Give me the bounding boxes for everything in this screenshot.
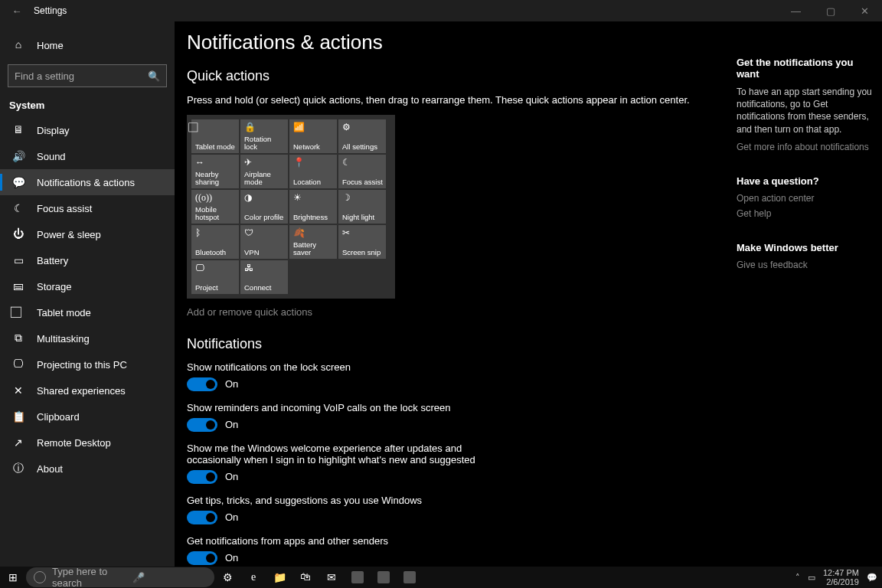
help-title-3: Make Windows better — [737, 242, 873, 253]
help-body-1: To have an app start sending you notific… — [737, 86, 873, 136]
qa-tile-location[interactable]: 📍Location — [289, 155, 337, 188]
tray-chevron-icon[interactable]: ˄ — [795, 573, 800, 583]
toggle-switch[interactable] — [187, 551, 217, 565]
start-button[interactable]: ⊞ — [0, 567, 26, 588]
action-center-icon[interactable]: 💬 — [867, 573, 877, 583]
nav-label: Storage — [37, 281, 72, 292]
toggle-setting: Show me the Windows welcome experience a… — [187, 443, 723, 484]
qa-tile-airplane-mode[interactable]: ✈Airplane mode — [240, 155, 288, 188]
sidebar-item-notifications-actions[interactable]: 💬Notifications & actions — [0, 169, 175, 195]
help-title-1: Get the notifications you want — [737, 57, 873, 80]
sidebar-item-multitasking[interactable]: ⧉Multitasking — [0, 325, 175, 351]
sidebar-item-focus-assist[interactable]: ☾Focus assist — [0, 195, 175, 221]
qa-label: All settings — [342, 143, 383, 151]
sidebar-item-tablet-mode[interactable]: ⃞Tablet mode — [0, 299, 175, 325]
link-open-action-center[interactable]: Open action center — [737, 193, 873, 204]
sidebar-item-about[interactable]: ⓘAbout — [0, 456, 175, 482]
clock[interactable]: 12:47 PM 2/6/2019 — [823, 568, 859, 586]
sidebar-item-storage[interactable]: 🖴Storage — [0, 273, 175, 299]
qa-label: Project — [195, 284, 236, 292]
toggle-switch[interactable] — [187, 511, 217, 524]
quick-actions-desc: Press and hold (or select) quick actions… — [187, 93, 723, 107]
home-icon: ⌂ — [12, 39, 24, 51]
qa-tile-network[interactable]: 📶Network — [289, 119, 337, 153]
back-button[interactable]: ← — [0, 5, 34, 17]
close-button[interactable]: ✕ — [848, 0, 882, 21]
nav-icon: 🔊 — [12, 150, 24, 163]
quick-actions-grid: ⃞Tablet mode🔒Rotation lock📶Network⚙All s… — [187, 115, 395, 299]
nav-icon: 🖥 — [12, 124, 24, 136]
qa-tile-project[interactable]: 🖵Project — [191, 260, 239, 294]
toggle-state: On — [225, 511, 238, 523]
taskbar: ⊞ Type here to search 🎤 ⚙ e 📁 🛍 ✉ ˄ ▭ 12… — [0, 567, 882, 588]
link-feedback[interactable]: Give us feedback — [737, 260, 873, 270]
nav-icon: 💬 — [12, 176, 24, 189]
qa-tile-color-profile[interactable]: ◑Color profile — [240, 190, 288, 224]
link-get-help[interactable]: Get help — [737, 208, 873, 219]
qa-label: Tablet mode — [195, 143, 236, 151]
app-edge[interactable]: e — [240, 567, 266, 588]
qa-tile-screen-snip[interactable]: ✂Screen snip — [338, 225, 386, 259]
nav-icon: ✕ — [12, 384, 24, 397]
qa-label: Airplane mode — [244, 171, 285, 186]
nav-label: Projecting to this PC — [37, 359, 127, 371]
taskbar-search[interactable]: Type here to search 🎤 — [26, 567, 214, 587]
app-explorer[interactable]: 📁 — [266, 567, 292, 588]
app-5[interactable] — [345, 567, 371, 588]
qa-label: Brightness — [293, 214, 334, 221]
page-title: Notifications & actions — [187, 31, 723, 54]
qa-tile-battery-saver[interactable]: 🍂Battery saver — [289, 225, 337, 259]
toggle-switch[interactable] — [187, 470, 217, 484]
nav-label: Clipboard — [37, 411, 80, 423]
qa-tile-tablet-mode[interactable]: ⃞Tablet mode — [191, 119, 239, 153]
sidebar-item-clipboard[interactable]: 📋Clipboard — [0, 403, 175, 430]
toggle-switch[interactable] — [187, 418, 217, 432]
qa-label: Location — [293, 178, 334, 186]
qa-icon: 📍 — [293, 158, 334, 168]
app-settings[interactable]: ⚙ — [214, 567, 240, 588]
qa-tile-nearby-sharing[interactable]: ↔Nearby sharing — [191, 155, 239, 188]
search-input[interactable]: Find a setting 🔍 — [8, 64, 167, 87]
qa-tile-mobile-hotspot[interactable]: ((o))Mobile hotspot — [191, 190, 239, 224]
toggle-state: On — [225, 419, 238, 430]
sidebar-item-remote-desktop[interactable]: ↗Remote Desktop — [0, 430, 175, 456]
mic-icon: 🎤 — [132, 572, 207, 583]
qa-tile-night-light[interactable]: ☽Night light — [338, 190, 386, 224]
nav-icon: ⃞ — [12, 306, 24, 318]
sidebar-item-battery[interactable]: ▭Battery — [0, 247, 175, 273]
help-link-info[interactable]: Get more info about notifications — [737, 142, 873, 152]
toggle-state: On — [225, 471, 238, 482]
maximize-button[interactable]: ▢ — [813, 0, 848, 21]
clock-time: 12:47 PM — [823, 568, 859, 577]
add-remove-quick-actions-link[interactable]: Add or remove quick actions — [187, 306, 723, 318]
qa-icon: ☀ — [293, 193, 334, 203]
search-placeholder: Find a setting — [15, 70, 148, 82]
qa-tile-focus-assist[interactable]: ☾Focus assist — [338, 155, 386, 188]
qa-tile-all-settings[interactable]: ⚙All settings — [338, 119, 386, 153]
app-store[interactable]: 🛍 — [292, 567, 318, 588]
nav-icon: 🖴 — [12, 280, 24, 292]
minimize-button[interactable]: — — [779, 0, 813, 21]
sidebar-item-projecting-to-this-pc[interactable]: 🖵Projecting to this PC — [0, 351, 175, 377]
app-6[interactable] — [371, 567, 397, 588]
qa-label: VPN — [244, 249, 285, 256]
sidebar-item-sound[interactable]: 🔊Sound — [0, 143, 175, 169]
sidebar-item-display[interactable]: 🖥Display — [0, 117, 175, 143]
app-teams[interactable] — [397, 567, 423, 588]
qa-label: Color profile — [244, 214, 285, 221]
qa-tile-vpn[interactable]: 🛡VPN — [240, 225, 288, 259]
sidebar-item-shared-experiences[interactable]: ✕Shared experiences — [0, 377, 175, 403]
qa-tile-rotation-lock[interactable]: 🔒Rotation lock — [240, 119, 288, 153]
qa-tile-bluetooth[interactable]: ᛒBluetooth — [191, 225, 239, 259]
qa-label: Focus assist — [342, 178, 383, 186]
qa-icon: ⚙ — [342, 122, 383, 132]
home-button[interactable]: ⌂ Home — [0, 32, 175, 58]
sidebar-item-power-sleep[interactable]: ⏻Power & sleep — [0, 221, 175, 247]
qa-tile-brightness[interactable]: ☀Brightness — [289, 190, 337, 224]
qa-tile-connect[interactable]: 🖧Connect — [240, 260, 288, 294]
qa-icon: ⃞ — [195, 122, 236, 132]
tray-battery-icon[interactable]: ▭ — [808, 573, 815, 583]
help-title-2: Have a question? — [737, 175, 873, 187]
toggle-switch[interactable] — [187, 377, 217, 391]
app-mail[interactable]: ✉ — [318, 567, 345, 588]
